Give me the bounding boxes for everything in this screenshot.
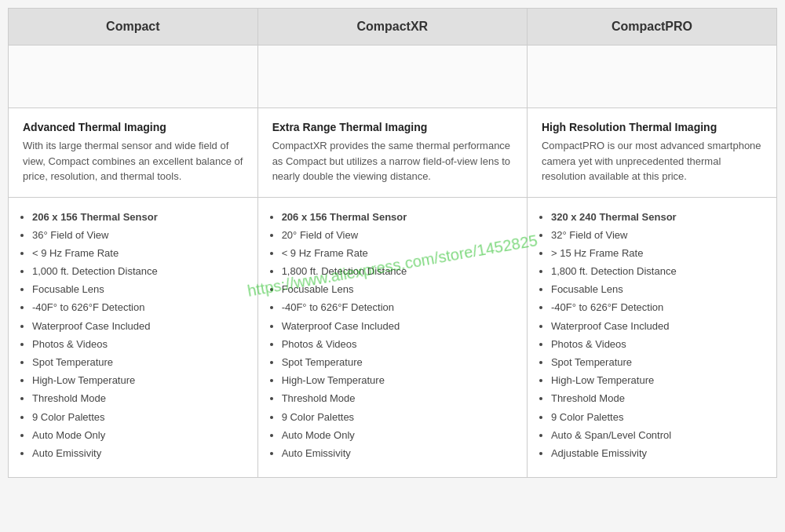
- desc-title-compactxr: Extra Range Thermal Imaging: [272, 121, 513, 133]
- feature-item: Threshold Mode: [282, 392, 513, 406]
- desc-body-compactpro: CompactPRO is our most advanced smartpho…: [542, 138, 762, 184]
- feature-item: Auto Mode Only: [282, 428, 513, 443]
- feature-item: 32° Field of View: [551, 228, 762, 242]
- feature-item: Spot Temperature: [32, 355, 243, 370]
- description-compactpro: High Resolution Thermal ImagingCompactPR…: [527, 108, 776, 198]
- feature-item: Auto Emissivity: [32, 446, 243, 461]
- feature-item: > 15 Hz Frame Rate: [551, 246, 762, 261]
- feature-item: -40F° to 626°F Detection: [551, 301, 762, 315]
- feature-item: Photos & Videos: [32, 337, 243, 352]
- description-compactxr: Extra Range Thermal ImagingCompactXR pro…: [257, 108, 527, 198]
- feature-item: Adjustable Emissivity: [551, 446, 762, 461]
- feature-item: 320 x 240 Thermal Sensor: [551, 210, 762, 224]
- feature-item: Auto Emissivity: [282, 446, 513, 461]
- feature-item: Photos & Videos: [551, 337, 762, 352]
- header-compactpro: CompactPRO: [527, 9, 776, 46]
- feature-item: 9 Color Palettes: [282, 410, 513, 425]
- features-compact: 206 x 156 Thermal Sensor36° Field of Vie…: [9, 197, 258, 478]
- description-compact: Advanced Thermal ImagingWith its large t…: [9, 108, 258, 198]
- image-compact: [9, 46, 258, 108]
- feature-item: -40F° to 626°F Detection: [282, 301, 513, 315]
- feature-item: 9 Color Palettes: [32, 410, 243, 425]
- feature-item: 206 x 156 Thermal Sensor: [32, 210, 243, 224]
- feature-item: Threshold Mode: [32, 392, 243, 406]
- feature-item: 1,800 ft. Detection Distance: [551, 264, 762, 279]
- feature-item: High-Low Temperature: [32, 373, 243, 388]
- features-row: 206 x 156 Thermal Sensor36° Field of Vie…: [9, 197, 777, 478]
- feature-item: Photos & Videos: [282, 337, 513, 352]
- feature-item: Focusable Lens: [551, 282, 762, 297]
- feature-item: 36° Field of View: [32, 228, 243, 242]
- feature-item: Spot Temperature: [551, 355, 762, 370]
- feature-item: < 9 Hz Frame Rate: [32, 246, 243, 261]
- image-compactpro: [527, 46, 776, 108]
- feature-item: High-Low Temperature: [551, 373, 762, 388]
- image-compactxr: [257, 46, 527, 108]
- feature-item: Waterproof Case Included: [282, 319, 513, 333]
- feature-item: < 9 Hz Frame Rate: [282, 246, 513, 261]
- desc-title-compact: Advanced Thermal Imaging: [23, 121, 243, 133]
- feature-item: Auto & Span/Level Control: [551, 428, 762, 443]
- feature-item: -40F° to 626°F Detection: [32, 301, 243, 315]
- feature-item: Focusable Lens: [32, 282, 243, 297]
- header-row: CompactCompactXRCompactPRO: [9, 9, 777, 46]
- feature-item: Waterproof Case Included: [32, 319, 243, 333]
- feature-item: Threshold Mode: [551, 392, 762, 406]
- feature-item: Focusable Lens: [282, 282, 513, 297]
- desc-body-compact: With its large thermal sensor and wide f…: [23, 138, 243, 184]
- feature-item: 206 x 156 Thermal Sensor: [282, 210, 513, 224]
- image-row: [9, 46, 777, 108]
- feature-item: 1,000 ft. Detection Distance: [32, 264, 243, 279]
- header-compactxr: CompactXR: [257, 9, 527, 46]
- feature-item: High-Low Temperature: [282, 373, 513, 388]
- feature-item: Waterproof Case Included: [551, 319, 762, 333]
- description-row: Advanced Thermal ImagingWith its large t…: [9, 108, 777, 198]
- desc-body-compactxr: CompactXR provides the same thermal perf…: [272, 138, 513, 184]
- feature-item: 9 Color Palettes: [551, 410, 762, 425]
- comparison-table: CompactCompactXRCompactPRO Advanced Ther…: [8, 8, 777, 478]
- header-compact: Compact: [9, 9, 258, 46]
- feature-item: Auto Mode Only: [32, 428, 243, 443]
- feature-item: 20° Field of View: [282, 228, 513, 242]
- feature-item: Spot Temperature: [282, 355, 513, 370]
- features-compactpro: 320 x 240 Thermal Sensor32° Field of Vie…: [527, 197, 776, 478]
- features-compactxr: 206 x 156 Thermal Sensor20° Field of Vie…: [257, 197, 527, 478]
- desc-title-compactpro: High Resolution Thermal Imaging: [542, 121, 762, 133]
- feature-item: 1,800 ft. Detection Distance: [282, 264, 513, 279]
